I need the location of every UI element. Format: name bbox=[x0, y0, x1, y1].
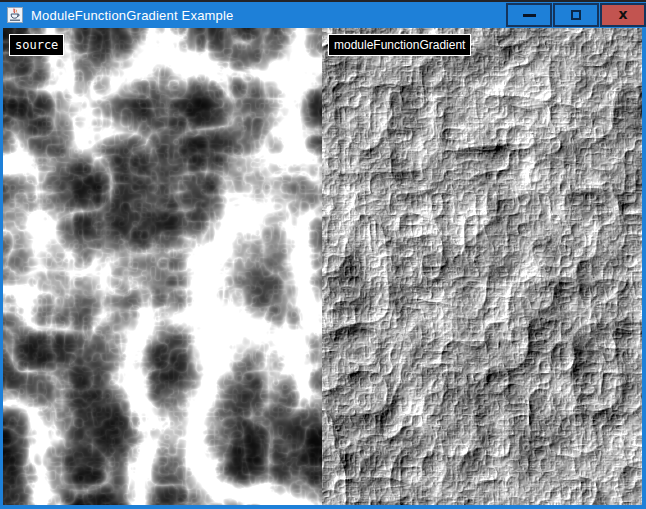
window-title: ModuleFunctionGradient Example bbox=[31, 8, 234, 23]
maximize-icon bbox=[571, 10, 581, 20]
app-window: ModuleFunctionGradient Example x source … bbox=[0, 0, 646, 509]
minimize-button[interactable] bbox=[506, 3, 552, 27]
gradient-panel: moduleFunctionGradient bbox=[322, 28, 642, 505]
java-coffee-cup-icon bbox=[7, 7, 23, 23]
window-controls: x bbox=[506, 1, 646, 29]
source-image bbox=[3, 28, 322, 505]
titlebar[interactable]: ModuleFunctionGradient Example x bbox=[0, 0, 646, 28]
close-icon: x bbox=[618, 7, 627, 21]
source-image-label: source bbox=[9, 34, 64, 56]
maximize-button[interactable] bbox=[553, 3, 599, 27]
source-panel: source bbox=[3, 28, 322, 505]
minimize-icon bbox=[523, 14, 536, 17]
close-button[interactable]: x bbox=[600, 3, 646, 27]
gradient-image-label: moduleFunctionGradient bbox=[328, 34, 471, 56]
image-viewer: source moduleFunctionGradient bbox=[3, 28, 642, 505]
gradient-image bbox=[322, 28, 642, 505]
